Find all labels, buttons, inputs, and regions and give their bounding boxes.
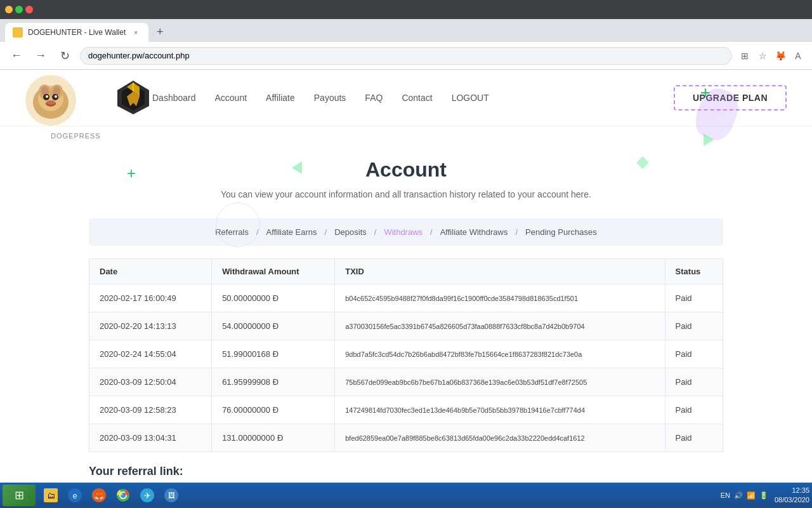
chrome-icon <box>116 488 130 502</box>
nav-affiliate[interactable]: Affiliate <box>266 93 295 103</box>
cell-txid: 75b567de099eab9bc6b7be67b1a06b837368e139… <box>335 368 665 396</box>
sep-3: / <box>374 227 377 237</box>
cell-status: Paid <box>665 284 723 312</box>
address-bar: ← → ↻ ⊞ ☆ 🦊 A <box>0 42 812 70</box>
nav-account[interactable]: Account <box>215 93 247 103</box>
taskbar-app-explorer[interactable]: 🗂 <box>39 485 62 506</box>
col-amount: Withdrawal Amount <box>212 259 335 284</box>
reload-button[interactable]: ↻ <box>56 47 74 65</box>
svg-point-8 <box>46 95 48 98</box>
start-button[interactable]: ⊞ <box>3 485 36 506</box>
page-subtitle: You can view your account information an… <box>13 189 799 199</box>
ie-icon: e <box>68 488 82 502</box>
cell-amount: 54.00000000 Ð <box>212 312 335 340</box>
table-row: 2020-02-20 14:13:13 54.00000000 Ð a37003… <box>89 312 723 340</box>
hero-section: + Account You can view your account info… <box>0 126 812 218</box>
tab-close-button[interactable]: × <box>131 27 141 37</box>
logo-svg <box>114 77 152 116</box>
subnav-pending-purchases[interactable]: Pending Purchases <box>524 227 598 237</box>
table-row: 2020-03-09 13:04:31 131.00000000 Ð bfed6… <box>89 424 723 452</box>
table-body: 2020-02-17 16:00:49 50.00000000 Ð b04c65… <box>89 284 723 452</box>
cell-date: 2020-02-20 14:13:13 <box>89 312 212 340</box>
nav-dashboard[interactable]: Dashboard <box>152 93 196 103</box>
cell-amount: 61.95999908 Ð <box>212 368 335 396</box>
cell-status: Paid <box>665 368 723 396</box>
taskbar-app-ie[interactable]: e <box>63 485 86 506</box>
withdrawals-table: Date Withdrawal Amount TXID Status 2020-… <box>89 258 723 452</box>
nav-faq[interactable]: FAQ <box>365 93 383 103</box>
cell-date: 2020-02-24 14:55:04 <box>89 340 212 368</box>
doge-mascot-container: DOGEPRESS <box>25 75 76 126</box>
window-controls[interactable] <box>5 6 33 13</box>
clock-time: 12:35 <box>775 486 809 495</box>
volume-icon: 🔊 <box>734 491 743 500</box>
clock-date: 08/03/2020 <box>775 495 809 505</box>
nav-contact[interactable]: Contact <box>402 93 432 103</box>
translate-icon[interactable]: ⊞ <box>738 50 751 62</box>
taskbar: ⊞ 🗂 e 🦊 ✈ 🖼 EN 🔊 📶 🔋 12:35 <box>0 483 812 508</box>
referral-section: Your referral link: <box>89 465 723 478</box>
cell-date: 2020-03-09 13:04:31 <box>89 424 212 452</box>
deco-triangle-left <box>292 161 302 174</box>
subnav-deposits[interactable]: Deposits <box>333 227 368 237</box>
profile-icon[interactable]: A <box>792 50 804 62</box>
table-row: 2020-02-17 16:00:49 50.00000000 Ð b04c65… <box>89 284 723 312</box>
col-txid: TXID <box>335 259 665 284</box>
cell-status: Paid <box>665 424 723 452</box>
cell-date: 2020-02-17 16:00:49 <box>89 284 212 312</box>
subnav-affiliate-withdraws[interactable]: Affiliate Withdraws <box>439 227 509 237</box>
cell-amount: 131.00000000 Ð <box>212 424 335 452</box>
close-window-button[interactable] <box>25 6 33 13</box>
forward-button[interactable]: → <box>32 47 49 65</box>
cell-date: 2020-03-09 12:58:23 <box>89 396 212 424</box>
new-tab-button[interactable]: + <box>151 23 169 41</box>
subnav-affiliate-earns[interactable]: Affiliate Earns <box>265 227 318 237</box>
cell-txid: a370030156fe5ac3391b6745a826605d73faa088… <box>335 312 665 340</box>
start-icon: ⊞ <box>15 488 24 502</box>
firefox-icon: 🦊 <box>92 488 106 502</box>
bookmark-icon[interactable]: ☆ <box>756 50 769 62</box>
cell-status: Paid <box>665 312 723 340</box>
cell-amount: 50.00000000 Ð <box>212 284 335 312</box>
taskbar-app-chrome[interactable] <box>112 485 134 506</box>
network-icon: 📶 <box>747 491 756 500</box>
withdrawals-table-container: Date Withdrawal Amount TXID Status 2020-… <box>89 258 723 452</box>
taskbar-system-tray: EN 🔊 📶 🔋 <box>716 491 773 500</box>
address-input[interactable] <box>80 47 732 65</box>
taskbar-app-firefox[interactable]: 🦊 <box>88 485 110 506</box>
deco-circle <box>216 203 260 247</box>
logo-spacer <box>114 77 152 118</box>
title-bar <box>0 0 812 19</box>
address-icons: ⊞ ☆ 🦊 A <box>738 50 804 62</box>
maximize-button[interactable] <box>15 6 23 13</box>
svg-point-9 <box>55 95 57 98</box>
col-status: Status <box>665 259 723 284</box>
active-tab[interactable]: DOGEHUNTER - Live Wallet × <box>5 23 148 42</box>
taskbar-clock: 12:35 08/03/2020 <box>775 486 809 505</box>
table-row: 2020-03-09 12:58:23 76.00000000 Ð 147249… <box>89 396 723 424</box>
tab-favicon <box>13 27 23 37</box>
nav-logout[interactable]: LOGOUT <box>452 93 489 103</box>
sep-5: / <box>515 227 518 237</box>
table-row: 2020-02-24 14:55:04 51.99000168 Ð 9dbd7a… <box>89 340 723 368</box>
telegram-icon: ✈ <box>140 488 154 502</box>
battery-icon: 🔋 <box>759 491 768 500</box>
cell-txid: b04c652c4595b9488f27f0fd8da99f16c1900ff0… <box>335 284 665 312</box>
nav-links: Dashboard Account Affiliate Payouts FAQ … <box>152 93 674 103</box>
sep-4: / <box>430 227 433 237</box>
taskbar-app-pictures[interactable]: 🖼 <box>160 485 183 506</box>
minimize-button[interactable] <box>5 6 13 13</box>
extension-icon[interactable]: 🦊 <box>774 50 787 62</box>
sub-nav-items: Referrals / Affiliate Earns / Deposits /… <box>89 227 723 237</box>
cell-txid: 9dbd7a5fc3cd54dc7b26b6abd8472bf83fe7b156… <box>335 340 665 368</box>
nav-payouts[interactable]: Payouts <box>314 93 346 103</box>
taskbar-app-telegram[interactable]: ✈ <box>136 485 159 506</box>
table-head: Date Withdrawal Amount TXID Status <box>89 259 723 284</box>
cell-txid: bfed62859ea00e7a89f885be8c63813d65fda00e… <box>335 424 665 452</box>
deco-plus-hero: + <box>127 164 136 182</box>
col-date: Date <box>89 259 212 284</box>
back-button[interactable]: ← <box>8 47 25 65</box>
language-indicator: EN <box>721 491 730 499</box>
subnav-withdraws[interactable]: Withdraws <box>383 227 424 237</box>
explorer-icon: 🗂 <box>44 488 58 502</box>
